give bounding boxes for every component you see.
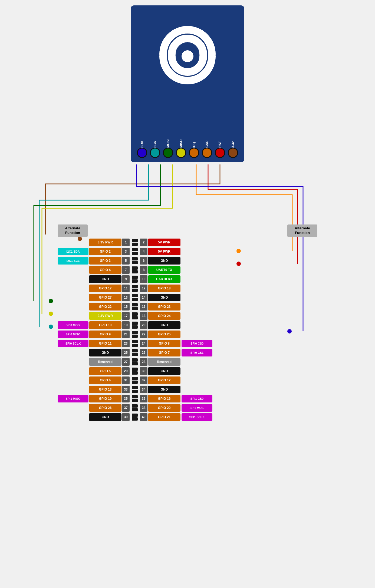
left-alt-cell — [58, 358, 88, 366]
center-connector — [130, 294, 140, 301]
pin-label-irq: IRQ — [192, 133, 196, 148]
gpio-row: 3.3V PWR1718GPIO 24 — [58, 312, 317, 320]
center-connector — [130, 358, 140, 365]
left-alt-cell: SPI0 MOSI — [58, 321, 88, 329]
left-gpio-label: GPIO 4 — [89, 266, 121, 274]
gpio-row: GND910UART0 RX — [58, 275, 317, 283]
right-alt-cell: SPI1 CS0 — [182, 395, 212, 402]
right-pin-number: 8 — [140, 266, 147, 274]
gpio-row: SPI1 MISOGPIO 193536GPIO 16SPI1 CS0 — [58, 394, 317, 403]
right-alt-cell — [182, 285, 212, 292]
right-pin-number: 36 — [140, 395, 147, 402]
right-gpio-label: GPIO 20 — [148, 404, 180, 412]
right-gpio-label: GPIO 23 — [148, 303, 180, 310]
gpio-row: GND2526GPIO 7SPI0 CS1 — [58, 348, 317, 357]
right-pin-number: 12 — [140, 285, 147, 292]
center-connector — [130, 303, 140, 310]
left-gpio-label: GND — [89, 413, 121, 421]
wire-33v — [45, 164, 220, 234]
gpio-row: I2C1 SCLGPIO 356GND — [58, 256, 317, 265]
pin-dot-gnd — [202, 148, 212, 158]
left-gpio-label: GPIO 11 — [89, 340, 121, 347]
dot-miso-gpio — [49, 312, 53, 316]
left-alt-cell: SPI0 SCLK — [58, 340, 88, 347]
left-pin-number: 21 — [122, 331, 130, 338]
left-gpio-label: GPIO 2 — [89, 248, 121, 255]
gpio-row: GPIO 221516GPIO 23 — [58, 302, 317, 311]
pin-label-miso: MISO — [179, 133, 183, 148]
svg-point-0 — [182, 50, 193, 62]
right-gpio-label: 5V PWR — [148, 248, 180, 255]
gpio-table: AlternateFunction AlternateFunction 3.3V… — [58, 224, 317, 422]
gpio-rows-container: 3.3V PWR125V PWRI2C1 SDAGPIO 2345V PWRI2… — [58, 238, 317, 421]
center-connector — [130, 331, 140, 338]
right-alt-cell — [182, 275, 212, 283]
right-alt-cell: SPI1 MOSI — [182, 404, 212, 412]
center-connector — [130, 340, 140, 347]
center-connector — [130, 248, 140, 255]
left-alt-cell — [58, 275, 88, 283]
pin-dot-33v — [228, 148, 238, 158]
gpio-row: GPIO 478UART0 TX — [58, 266, 317, 274]
left-alt-cell — [58, 376, 88, 384]
center-connector — [130, 386, 140, 393]
left-pin-number: 27 — [122, 358, 130, 366]
right-alt-cell — [182, 257, 212, 265]
right-gpio-label: GPIO 7 — [148, 349, 180, 356]
right-alt-cell — [182, 331, 212, 338]
left-pin-number: 5 — [122, 257, 130, 265]
right-alt-cell: SPI0 CS0 — [182, 340, 212, 347]
right-gpio-label: GND — [148, 367, 180, 375]
gpio-row: GPIO 133334GND — [58, 385, 317, 394]
right-gpio-label: UART0 TX — [148, 266, 180, 274]
right-pin-number: 24 — [140, 340, 147, 347]
center-connector — [130, 349, 140, 356]
pin-labels-row: SDA SCK MOSI MISO IRQ — [136, 133, 239, 158]
gpio-row: GPIO 271314GND — [58, 293, 317, 302]
dot-sclk-gpio — [49, 325, 53, 329]
left-alt-cell: I2C1 SDA — [58, 248, 88, 255]
right-alt-cell — [182, 358, 212, 366]
right-gpio-label: GPIO 12 — [148, 376, 180, 384]
right-alt-cell — [182, 386, 212, 393]
left-pin-number: 35 — [122, 395, 130, 402]
center-connector — [130, 312, 140, 319]
left-alt-cell — [58, 266, 88, 274]
left-alt-cell: I2C1 SCL — [58, 257, 88, 265]
right-pin-number: 26 — [140, 349, 147, 356]
gpio-row: GPIO 263738GPIO 20SPI1 MOSI — [58, 404, 317, 412]
right-pin-number: 20 — [140, 321, 147, 329]
right-pin-number: 34 — [140, 386, 147, 393]
header-spacer-left — [88, 224, 182, 237]
right-gpio-label: GND — [148, 321, 180, 329]
right-pin-number: 16 — [140, 303, 147, 310]
gpio-headers: AlternateFunction AlternateFunction — [58, 224, 317, 237]
left-pin-number: 13 — [122, 294, 130, 301]
left-gpio-label: GPIO 19 — [89, 395, 121, 402]
gpio-row: SPI0 SCLKGPIO 112324GPIO 8SPI0 CS0 — [58, 339, 317, 348]
right-alt-cell: SPI1 SCLK — [182, 413, 212, 421]
left-alt-cell — [58, 349, 88, 356]
left-alt-cell — [58, 285, 88, 292]
right-pin-number: 38 — [140, 404, 147, 412]
center-connector — [130, 239, 140, 246]
center-connector — [130, 257, 140, 264]
right-gpio-label: GPIO 21 — [148, 413, 180, 421]
right-pin-number: 18 — [140, 312, 147, 320]
right-alt-cell — [182, 294, 212, 301]
gpio-row: 3.3V PWR125V PWR — [58, 238, 317, 247]
pin-label-sda: SDA — [140, 133, 144, 148]
left-pin-number: 19 — [122, 321, 130, 329]
right-alt-cell — [182, 321, 212, 329]
right-alt-cell — [182, 312, 212, 320]
pin-dot-sda — [137, 148, 147, 158]
left-pin-number: 7 — [122, 266, 130, 274]
left-pin-number: 25 — [122, 349, 130, 356]
left-gpio-label: GPIO 6 — [89, 376, 121, 384]
left-pin-number: 17 — [122, 312, 130, 320]
left-alt-cell — [58, 367, 88, 375]
left-pin-number: 31 — [122, 376, 130, 384]
right-alt-cell — [182, 266, 212, 274]
left-alt-header: AlternateFunction — [58, 224, 88, 237]
pin-dot-mosi — [163, 148, 173, 158]
